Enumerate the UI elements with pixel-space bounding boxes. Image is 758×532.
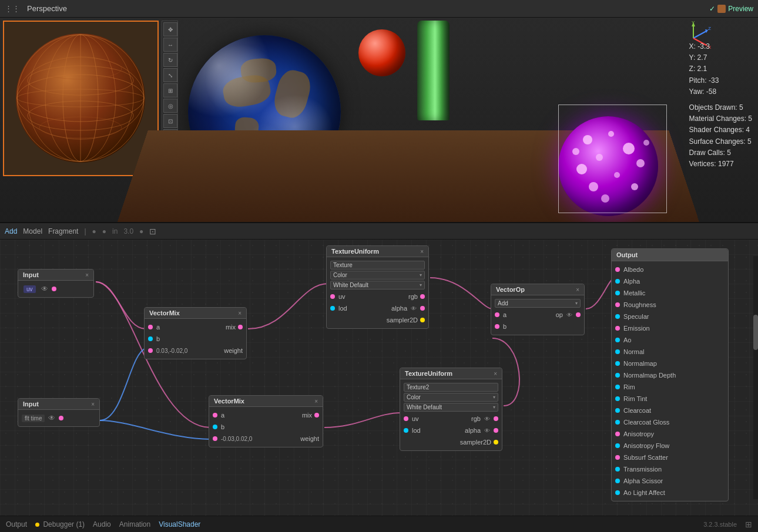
node-vectormix1-close[interactable]: × xyxy=(238,310,242,316)
node-output-body: Albedo Alpha Metallic Roughness xyxy=(612,261,728,501)
port-t1-lod-in xyxy=(330,306,335,311)
eye-icon-uv[interactable]: 👁 xyxy=(41,285,48,293)
tab-animation[interactable]: Animation xyxy=(119,520,150,528)
eye-icon-t2-rgb[interactable]: 👁 xyxy=(484,416,490,422)
label-out-metallic: Metallic xyxy=(623,289,725,297)
texture1-type-dropdown[interactable]: Texture xyxy=(330,261,425,270)
toolbar-add[interactable]: Add xyxy=(5,227,17,235)
port-out-specular xyxy=(615,314,620,319)
svg-text:Y: Y xyxy=(692,21,695,25)
tool-scale[interactable]: ⤡ xyxy=(163,68,177,82)
node-texture2: TextureUniform × Texture2 Color ▾ White … xyxy=(400,368,502,451)
tool-move[interactable]: ↔ xyxy=(163,38,177,52)
tab-audio[interactable]: Audio xyxy=(93,520,111,528)
tool-select[interactable]: ✥ xyxy=(163,22,177,36)
port-t2-alpha-out xyxy=(494,428,498,433)
label-out-normalmap: Normalmap xyxy=(623,360,725,367)
texture2-default-arrow: ▾ xyxy=(493,405,495,410)
texture1-default-dropdown[interactable]: White Default ▾ xyxy=(330,281,425,289)
output-row-normal: Normal xyxy=(612,346,728,358)
label-vo-op: op xyxy=(534,311,563,318)
port-out-rim-tint xyxy=(615,396,620,401)
node-input-time-row: flt time 👁 xyxy=(18,412,99,424)
texture2-row-sampler: sampler2D xyxy=(400,436,502,448)
vectorop-operation-dropdown[interactable]: Add ▾ xyxy=(495,299,581,308)
port-vo-b-in xyxy=(495,324,499,329)
camera-z: Z: 2.1 xyxy=(689,63,752,75)
toolbar-fragment[interactable]: Fragment xyxy=(48,227,78,235)
port-vm2-b-in xyxy=(213,425,217,429)
toolbar-model[interactable]: Model xyxy=(23,227,42,235)
uv-badge: uv xyxy=(24,285,36,293)
texture2-type-dropdown[interactable]: Texture2 xyxy=(404,383,498,392)
eye-icon-vo-op[interactable]: 👁 xyxy=(566,312,572,318)
tool-local[interactable]: ◎ xyxy=(163,99,177,113)
texture2-type-label: Texture2 xyxy=(407,384,429,390)
node-vectormix2-row-weight: -0.03,0.02,0 weight xyxy=(209,433,323,445)
label-out-specular: Specular xyxy=(623,313,725,320)
node-input-uv-title: Input xyxy=(23,271,39,278)
viewport-title: Perspective xyxy=(27,4,67,13)
label-out-rim: Rim xyxy=(623,383,725,390)
label-out-clearcoat-gloss: Clearcoat Gloss xyxy=(623,419,725,426)
label-out-roughness: Roughness xyxy=(623,301,725,308)
texture2-channel-dropdown[interactable]: Color ▾ xyxy=(404,393,498,402)
layout-icon[interactable]: ⊞ xyxy=(745,520,752,529)
node-texture2-header: TextureUniform × xyxy=(400,368,502,379)
preview-label: Preview xyxy=(728,5,753,13)
tool-snap[interactable]: ⊡ xyxy=(163,114,177,128)
label-vm2-a: a xyxy=(221,412,266,419)
port-out-normalmap-depth xyxy=(615,373,620,378)
output-row-anisotropy: Anisotropy xyxy=(612,428,728,440)
label-out-albedo: Albedo xyxy=(623,266,725,273)
stat-objects: Objects Drawn: 5 xyxy=(689,102,752,113)
node-canvas[interactable]: Input × uv 👁 Input × flt time 👁 xyxy=(0,240,758,516)
label-vm1-b: b xyxy=(156,335,243,342)
wireframe-preview xyxy=(3,21,159,176)
port-t2-rgb-out xyxy=(494,416,498,421)
vectorop-operation-label: Add xyxy=(498,300,508,307)
eye-icon-time[interactable]: 👁 xyxy=(48,414,55,422)
texture2-default-dropdown[interactable]: White Default ▾ xyxy=(404,403,498,412)
tab-visual-shader[interactable]: VisualShader xyxy=(159,520,200,528)
output-row-alpha: Alpha xyxy=(612,275,728,287)
label-vo-a: a xyxy=(503,311,532,318)
right-scrollbar[interactable] xyxy=(753,256,758,499)
camera-y: Y: 2.7 xyxy=(689,52,752,63)
output-row-rim-tint: Rim Tint xyxy=(612,393,728,405)
texture1-row-lod: lod alpha 👁 xyxy=(327,302,428,314)
tool-transform[interactable]: ⊞ xyxy=(163,83,177,97)
node-texture1-close[interactable]: × xyxy=(420,248,424,255)
node-toolbar: Add Model Fragment | ● ● in 3.0 ● ⊡ xyxy=(0,223,758,240)
port-vm2-weight-in xyxy=(213,436,217,441)
node-input-uv-close[interactable]: × xyxy=(85,272,89,278)
output-row-roughness: Roughness xyxy=(612,299,728,311)
node-input-uv: Input × uv 👁 xyxy=(18,269,94,298)
node-vectormix2-close[interactable]: × xyxy=(314,398,318,405)
tool-rotate[interactable]: ↻ xyxy=(163,53,177,67)
tab-debugger-label: Debugger (1) xyxy=(43,520,85,528)
node-input-uv-header: Input × xyxy=(18,270,93,281)
node-texture2-close[interactable]: × xyxy=(494,371,497,377)
preview-button[interactable]: Preview xyxy=(709,5,753,13)
eye-icon-t2-alpha[interactable]: 👁 xyxy=(484,427,490,434)
vm1-weight-val: 0.03,-0.02,0 xyxy=(156,348,187,354)
tab-debugger[interactable]: Debugger (1) xyxy=(35,520,85,528)
port-out-emission xyxy=(615,326,620,331)
node-vectorop-close[interactable]: × xyxy=(576,287,579,293)
tab-output[interactable]: Output xyxy=(6,520,27,528)
label-out-clearcoat: Clearcoat xyxy=(623,407,725,414)
texture2-row-lod: lod alpha 👁 xyxy=(400,425,502,436)
svg-line-26 xyxy=(693,31,706,38)
node-input-time-close[interactable]: × xyxy=(91,401,95,408)
port-out-roughness xyxy=(615,302,620,307)
vectorop-operation-arrow: ▾ xyxy=(575,301,578,306)
node-editor: Add Model Fragment | ● ● in 3.0 ● ⊡ xyxy=(0,223,758,532)
wireframe-svg xyxy=(16,33,145,163)
vectorop-row-b: b xyxy=(491,321,584,332)
texture2-row-uv: uv rgb 👁 xyxy=(400,413,502,425)
eye-icon-t1-alpha[interactable]: 👁 xyxy=(411,305,417,312)
stat-surfaces: Surface Changes: 5 xyxy=(689,136,752,147)
port-time-out xyxy=(59,416,63,420)
texture1-channel-dropdown[interactable]: Color ▾ xyxy=(330,271,425,280)
